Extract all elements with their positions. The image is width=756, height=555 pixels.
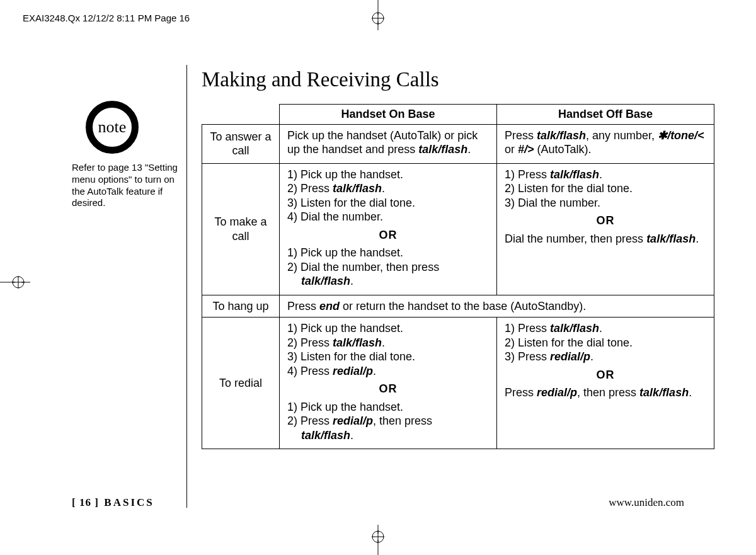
empty-header: [202, 105, 280, 125]
row-label-hang: To hang up: [202, 295, 280, 318]
cell-redial-on: 1) Pick up the handset. 2) Press talk/fl…: [280, 318, 497, 449]
key: talk/flash: [550, 322, 599, 335]
row-hang: To hang up Press end or return the hands…: [202, 295, 714, 318]
step: Dial the number, then press talk/flash.: [505, 232, 706, 246]
step: Press redial/p, then press talk/flash.: [505, 386, 706, 400]
step: 2) Press redial/p, then press: [287, 414, 489, 428]
text: .: [467, 143, 471, 156]
text: .: [373, 365, 376, 377]
row-label-redial: To redial: [202, 318, 280, 449]
step: 3) Dial the number.: [505, 196, 706, 210]
text: Press: [505, 129, 537, 142]
step: 1) Press talk/flash.: [505, 321, 706, 336]
row-label-answer: To answer a call: [202, 124, 280, 163]
text: 2) Press: [287, 336, 333, 349]
bracket: [: [72, 496, 76, 508]
step: 1) Pick up the handset.: [287, 168, 489, 182]
vertical-divider: [186, 65, 187, 508]
row-answer: To answer a call Pick up the handset (Au…: [202, 124, 714, 163]
text: , any number,: [586, 129, 658, 142]
step-cont: talk/flash.: [287, 428, 489, 443]
text: Press: [287, 300, 319, 312]
step: 1) Pick up the handset.: [287, 400, 489, 415]
text: Dial the number, then press: [505, 232, 646, 245]
step: 3) Listen for the dial tone.: [287, 196, 489, 210]
footer-url: www.uniden.com: [609, 496, 684, 509]
text: 1) Press: [505, 322, 550, 335]
registration-mark-left-icon: [0, 270, 30, 295]
text: .: [382, 182, 385, 195]
key: ✱/tone/<: [658, 129, 704, 142]
row-redial: To redial 1) Pick up the handset. 2) Pre…: [202, 318, 714, 449]
step: 2) Listen for the dial tone.: [505, 336, 706, 350]
print-slug: EXAI3248.Qx 12/12/2 8:11 PM Page 16: [23, 13, 190, 23]
cell-hang: Press end or return the handset to the b…: [280, 295, 714, 318]
key: redial/p: [333, 365, 373, 377]
text: , then press: [577, 386, 639, 399]
step: 1) Press talk/flash.: [505, 168, 706, 182]
key: end: [319, 300, 340, 312]
step: 2) Dial the number, then press: [287, 260, 489, 275]
or-divider: OR: [287, 382, 489, 396]
key: talk/flash: [333, 182, 382, 195]
step: 2) Press talk/flash.: [287, 181, 489, 196]
step-cont: talk/flash.: [287, 274, 489, 289]
key: talk/flash: [301, 429, 350, 442]
or-divider: OR: [287, 228, 489, 243]
page-footer: [ 16 ] BASICS www.uniden.com: [72, 496, 684, 509]
text: .: [599, 168, 602, 181]
text: .: [350, 429, 353, 442]
section-name: BASICS: [104, 496, 154, 508]
text: .: [696, 232, 699, 245]
text: or return the handset to the base (AutoS…: [340, 300, 586, 312]
text: 2) Press: [287, 415, 333, 427]
key: talk/flash: [537, 129, 586, 142]
key: talk/flash: [333, 336, 382, 349]
row-label-make: To make a call: [202, 163, 280, 295]
text: .: [689, 386, 692, 399]
or-divider: OR: [505, 368, 706, 382]
cell-make-on: 1) Pick up the handset. 2) Press talk/fl…: [280, 163, 497, 295]
page-number: 16: [79, 496, 91, 508]
step: 2) Listen for the dial tone.: [505, 181, 706, 196]
bracket: ]: [94, 496, 99, 508]
step: 1) Pick up the handset.: [287, 321, 489, 336]
text: .: [350, 275, 353, 287]
page-title: Making and Receiving Calls: [202, 68, 439, 91]
text: or: [505, 143, 518, 156]
key: redial/p: [537, 386, 577, 399]
footer-left: [ 16 ] BASICS: [72, 496, 154, 509]
key: talk/flash: [418, 143, 467, 156]
key: redial/p: [550, 350, 590, 363]
col-header-on-base: Handset On Base: [280, 105, 497, 125]
text: 1) Press: [505, 168, 550, 181]
row-make: To make a call 1) Pick up the handset. 2…: [202, 163, 714, 295]
text: .: [590, 350, 593, 363]
col-header-off-base: Handset Off Base: [497, 105, 714, 125]
key: talk/flash: [646, 232, 696, 245]
step: 1) Pick up the handset.: [287, 246, 489, 260]
text: Press: [505, 386, 537, 399]
key: #/>: [518, 143, 534, 156]
text: , then press: [373, 415, 432, 427]
step: 4) Press redial/p.: [287, 364, 489, 379]
text: .: [382, 336, 385, 349]
text: .: [599, 322, 602, 335]
step: 3) Press redial/p.: [505, 350, 706, 364]
or-divider: OR: [505, 214, 706, 228]
step: 4) Dial the number.: [287, 210, 489, 224]
cell-answer-off: Press talk/flash, any number, ✱/tone/< o…: [497, 124, 714, 163]
note-text: Refer to page 13 "Setting menu options" …: [72, 162, 182, 209]
text: (AutoTalk).: [534, 143, 592, 156]
note-icon: note: [86, 101, 139, 154]
text: 3) Press: [505, 350, 550, 363]
key: talk/flash: [550, 168, 599, 181]
cell-make-off: 1) Press talk/flash. 2) Listen for the d…: [497, 163, 714, 295]
key: talk/flash: [301, 275, 350, 287]
cell-answer-on: Pick up the handset (AutoTalk) or pick u…: [280, 124, 497, 163]
registration-mark-bottom-icon: [365, 525, 391, 555]
text: 2) Press: [287, 182, 333, 195]
instructions-table: Handset On Base Handset Off Base To answ…: [202, 104, 714, 449]
key: redial/p: [333, 415, 373, 427]
registration-mark-top-icon: [365, 0, 391, 30]
